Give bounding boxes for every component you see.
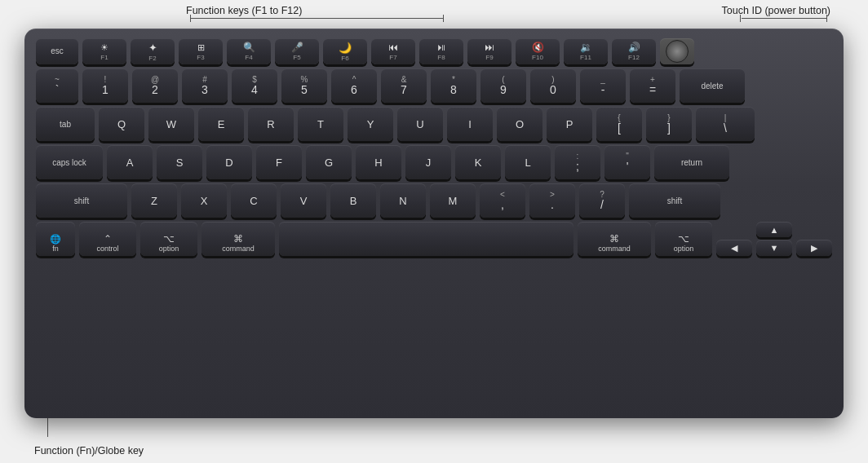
key-slash[interactable]: ? /: [579, 183, 625, 218]
bottom-row: 🌐 fn ⌃ control ⌥ option ⌘ command ⌘ comm…: [36, 222, 832, 256]
key-f2[interactable]: ✦ F2: [131, 38, 175, 64]
key-2[interactable]: @ 2: [132, 68, 178, 103]
key-arrow-left[interactable]: ◀: [716, 240, 752, 256]
key-v[interactable]: V: [281, 183, 326, 218]
key-t[interactable]: T: [298, 107, 343, 141]
key-6[interactable]: ^ 6: [331, 68, 377, 103]
touchid-line: [742, 18, 827, 19]
key-option-left[interactable]: ⌥ option: [140, 222, 197, 256]
fn-keys-line: [190, 18, 443, 19]
key-delete[interactable]: delete: [680, 68, 745, 103]
key-x[interactable]: X: [181, 183, 227, 218]
key-b[interactable]: B: [330, 183, 376, 218]
touchid-circle: [666, 40, 689, 63]
fn-globe-line: [47, 417, 48, 437]
key-9[interactable]: ( 9: [480, 68, 526, 103]
key-c[interactable]: C: [231, 183, 277, 218]
key-3[interactable]: # 3: [182, 68, 228, 103]
fn-keys-annotation: Function keys (F1 to F12): [186, 5, 302, 16]
key-f4[interactable]: 🔍 F4: [227, 38, 271, 64]
key-control[interactable]: ⌃ control: [79, 222, 136, 256]
arrow-key-group: ▲ ◀ ▼ ▶: [716, 222, 832, 256]
key-f3[interactable]: ⊞ F3: [179, 38, 223, 64]
key-y[interactable]: Y: [348, 107, 393, 141]
key-n[interactable]: N: [380, 183, 426, 218]
key-command-right[interactable]: ⌘ command: [578, 222, 651, 256]
key-shift-left[interactable]: shift: [36, 183, 127, 218]
key-u[interactable]: U: [397, 107, 443, 141]
key-shift-right[interactable]: shift: [629, 183, 720, 218]
key-o[interactable]: O: [497, 107, 542, 141]
key-command-left[interactable]: ⌘ command: [202, 222, 275, 256]
key-d[interactable]: D: [206, 145, 252, 179]
key-f12[interactable]: 🔊 F12: [612, 38, 656, 64]
key-f1[interactable]: ☀ F1: [82, 38, 126, 64]
key-period[interactable]: > .: [529, 183, 575, 218]
key-g[interactable]: G: [306, 145, 352, 179]
key-f[interactable]: F: [256, 145, 302, 179]
key-f6[interactable]: 🌙 F6: [323, 38, 367, 64]
key-f10[interactable]: 🔇 F10: [516, 38, 560, 64]
key-tilde[interactable]: ~ `: [36, 68, 78, 103]
fn-line-right: [443, 15, 444, 22]
key-f7[interactable]: ⏮ F7: [371, 38, 415, 64]
key-esc[interactable]: esc: [36, 38, 78, 64]
key-8[interactable]: * 8: [431, 68, 476, 103]
key-quote[interactable]: " ': [604, 145, 650, 179]
number-row: ~ ` ! 1 @ 2 # 3 $ 4: [36, 68, 832, 103]
key-arrow-up[interactable]: ▲: [756, 222, 792, 237]
key-semicolon[interactable]: : ;: [555, 145, 600, 179]
key-f9[interactable]: ⏭ F9: [467, 38, 512, 64]
key-r[interactable]: R: [248, 107, 294, 141]
key-f11[interactable]: 🔉 F11: [564, 38, 608, 64]
key-0[interactable]: ) 0: [530, 68, 576, 103]
key-tab[interactable]: tab: [36, 107, 95, 141]
key-arrow-right[interactable]: ▶: [796, 240, 832, 256]
asdf-row: caps lock A S D F G H J K L : ; " ' retu…: [36, 145, 832, 179]
key-bracket-close[interactable]: } ]: [646, 107, 692, 141]
key-5[interactable]: % 5: [281, 68, 327, 103]
key-space[interactable]: [279, 222, 574, 256]
key-7[interactable]: & 7: [381, 68, 427, 103]
touchid-annotation: Touch ID (power button): [722, 5, 830, 16]
key-backslash[interactable]: | \: [696, 107, 755, 141]
key-minus[interactable]: _ -: [580, 68, 626, 103]
tid-line-left: [826, 15, 827, 22]
tid-line-right: [740, 15, 741, 22]
key-comma[interactable]: < ,: [480, 183, 525, 218]
keyboard: esc ☀ F1 ✦ F2 ⊞ F3 🔍 F4 🎤 F5 🌙 F6 ⏮ F7: [24, 29, 844, 418]
fn-globe-annotation: Function (Fn)/Globe key: [34, 445, 144, 456]
key-touchid[interactable]: [660, 38, 694, 64]
key-1[interactable]: ! 1: [82, 68, 128, 103]
key-z[interactable]: Z: [131, 183, 177, 218]
key-m[interactable]: M: [430, 183, 476, 218]
key-e[interactable]: E: [198, 107, 244, 141]
key-equals[interactable]: + =: [630, 68, 675, 103]
key-l[interactable]: L: [505, 145, 551, 179]
fn-line-left: [190, 15, 191, 22]
key-j[interactable]: J: [405, 145, 451, 179]
key-p[interactable]: P: [547, 107, 592, 141]
key-f8[interactable]: ⏯ F8: [419, 38, 463, 64]
key-option-right[interactable]: ⌥ option: [655, 222, 712, 256]
zxcv-row: shift Z X C V B N M < , > . ? / shif: [36, 183, 832, 218]
key-k[interactable]: K: [455, 145, 501, 179]
key-a[interactable]: A: [107, 145, 153, 179]
key-w[interactable]: W: [148, 107, 194, 141]
key-q[interactable]: Q: [99, 107, 144, 141]
qwerty-row: tab Q W E R T Y U I O P { [ } ] | \: [36, 107, 832, 141]
key-fn[interactable]: 🌐 fn: [36, 222, 75, 256]
function-key-row: esc ☀ F1 ✦ F2 ⊞ F3 🔍 F4 🎤 F5 🌙 F6 ⏮ F7: [36, 38, 832, 64]
key-s[interactable]: S: [157, 145, 202, 179]
key-arrow-down[interactable]: ▼: [756, 240, 792, 256]
key-4[interactable]: $ 4: [232, 68, 277, 103]
key-i[interactable]: I: [447, 107, 493, 141]
key-h[interactable]: H: [356, 145, 401, 179]
key-return[interactable]: return: [654, 145, 729, 179]
key-capslock[interactable]: caps lock: [36, 145, 103, 179]
key-f5[interactable]: 🎤 F5: [275, 38, 319, 64]
key-bracket-open[interactable]: { [: [596, 107, 642, 141]
